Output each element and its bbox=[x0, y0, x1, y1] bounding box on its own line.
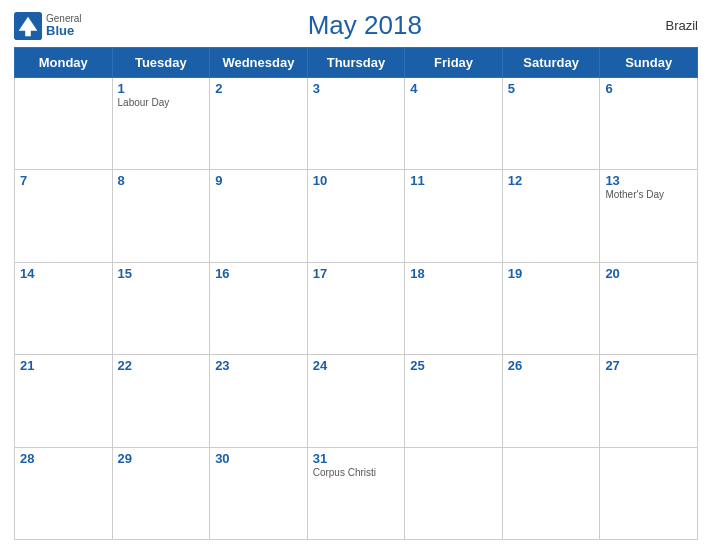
header-tuesday: Tuesday bbox=[112, 48, 210, 78]
day-number: 28 bbox=[20, 451, 107, 466]
calendar-day: 28 bbox=[15, 447, 113, 539]
calendar-day: 30 bbox=[210, 447, 308, 539]
day-number: 5 bbox=[508, 81, 595, 96]
calendar-day: 10 bbox=[307, 170, 405, 262]
header-sunday: Sunday bbox=[600, 48, 698, 78]
calendar-day: 24 bbox=[307, 355, 405, 447]
calendar-day: 4 bbox=[405, 78, 503, 170]
day-number: 17 bbox=[313, 266, 400, 281]
day-number: 31 bbox=[313, 451, 400, 466]
day-number: 19 bbox=[508, 266, 595, 281]
calendar-day bbox=[502, 447, 600, 539]
calendar-day: 13Mother's Day bbox=[600, 170, 698, 262]
calendar-container: General Blue May 2018 Brazil Monday Tues… bbox=[0, 0, 712, 550]
day-number: 3 bbox=[313, 81, 400, 96]
calendar-day: 16 bbox=[210, 262, 308, 354]
day-number: 7 bbox=[20, 173, 107, 188]
svg-rect-2 bbox=[25, 28, 31, 35]
day-event: Corpus Christi bbox=[313, 467, 400, 479]
calendar-day: 7 bbox=[15, 170, 113, 262]
day-number: 13 bbox=[605, 173, 692, 188]
calendar-table: Monday Tuesday Wednesday Thursday Friday… bbox=[14, 47, 698, 540]
day-number: 21 bbox=[20, 358, 107, 373]
calendar-day: 12 bbox=[502, 170, 600, 262]
calendar-day: 9 bbox=[210, 170, 308, 262]
day-number: 9 bbox=[215, 173, 302, 188]
day-number: 10 bbox=[313, 173, 400, 188]
calendar-day bbox=[600, 447, 698, 539]
calendar-day: 6 bbox=[600, 78, 698, 170]
calendar-day: 15 bbox=[112, 262, 210, 354]
calendar-day: 17 bbox=[307, 262, 405, 354]
calendar-title: May 2018 bbox=[82, 10, 648, 41]
calendar-day: 25 bbox=[405, 355, 503, 447]
logo-text: General Blue bbox=[46, 13, 82, 38]
calendar-day: 20 bbox=[600, 262, 698, 354]
header-saturday: Saturday bbox=[502, 48, 600, 78]
day-number: 24 bbox=[313, 358, 400, 373]
calendar-week-3: 14151617181920 bbox=[15, 262, 698, 354]
calendar-day: 19 bbox=[502, 262, 600, 354]
day-event: Labour Day bbox=[118, 97, 205, 109]
header-wednesday: Wednesday bbox=[210, 48, 308, 78]
calendar-week-4: 21222324252627 bbox=[15, 355, 698, 447]
calendar-day: 21 bbox=[15, 355, 113, 447]
day-number: 8 bbox=[118, 173, 205, 188]
calendar-day bbox=[405, 447, 503, 539]
logo: General Blue bbox=[14, 12, 82, 40]
calendar-day: 22 bbox=[112, 355, 210, 447]
day-number: 6 bbox=[605, 81, 692, 96]
calendar-body: 1Labour Day2345678910111213Mother's Day1… bbox=[15, 78, 698, 540]
day-number: 4 bbox=[410, 81, 497, 96]
day-number: 27 bbox=[605, 358, 692, 373]
day-event: Mother's Day bbox=[605, 189, 692, 201]
day-number: 16 bbox=[215, 266, 302, 281]
day-number: 22 bbox=[118, 358, 205, 373]
day-number: 1 bbox=[118, 81, 205, 96]
calendar-day: 18 bbox=[405, 262, 503, 354]
calendar-day: 29 bbox=[112, 447, 210, 539]
day-number: 20 bbox=[605, 266, 692, 281]
calendar-day: 3 bbox=[307, 78, 405, 170]
logo-blue-text: Blue bbox=[46, 24, 82, 38]
calendar-week-2: 78910111213Mother's Day bbox=[15, 170, 698, 262]
day-number: 14 bbox=[20, 266, 107, 281]
country-label: Brazil bbox=[648, 18, 698, 33]
day-number: 25 bbox=[410, 358, 497, 373]
calendar-header: General Blue May 2018 Brazil bbox=[14, 10, 698, 41]
header-monday: Monday bbox=[15, 48, 113, 78]
day-number: 26 bbox=[508, 358, 595, 373]
day-number: 12 bbox=[508, 173, 595, 188]
day-number: 29 bbox=[118, 451, 205, 466]
calendar-day: 8 bbox=[112, 170, 210, 262]
day-number: 23 bbox=[215, 358, 302, 373]
calendar-day: 31Corpus Christi bbox=[307, 447, 405, 539]
day-number: 30 bbox=[215, 451, 302, 466]
calendar-day: 27 bbox=[600, 355, 698, 447]
calendar-week-1: 1Labour Day23456 bbox=[15, 78, 698, 170]
calendar-week-5: 28293031Corpus Christi bbox=[15, 447, 698, 539]
weekday-header-row: Monday Tuesday Wednesday Thursday Friday… bbox=[15, 48, 698, 78]
header-friday: Friday bbox=[405, 48, 503, 78]
calendar-day: 14 bbox=[15, 262, 113, 354]
calendar-day: 11 bbox=[405, 170, 503, 262]
day-number: 11 bbox=[410, 173, 497, 188]
calendar-day: 26 bbox=[502, 355, 600, 447]
calendar-day: 2 bbox=[210, 78, 308, 170]
calendar-day bbox=[15, 78, 113, 170]
header-thursday: Thursday bbox=[307, 48, 405, 78]
day-number: 2 bbox=[215, 81, 302, 96]
calendar-day: 23 bbox=[210, 355, 308, 447]
calendar-day: 1Labour Day bbox=[112, 78, 210, 170]
logo-icon bbox=[14, 12, 42, 40]
day-number: 15 bbox=[118, 266, 205, 281]
calendar-day: 5 bbox=[502, 78, 600, 170]
day-number: 18 bbox=[410, 266, 497, 281]
